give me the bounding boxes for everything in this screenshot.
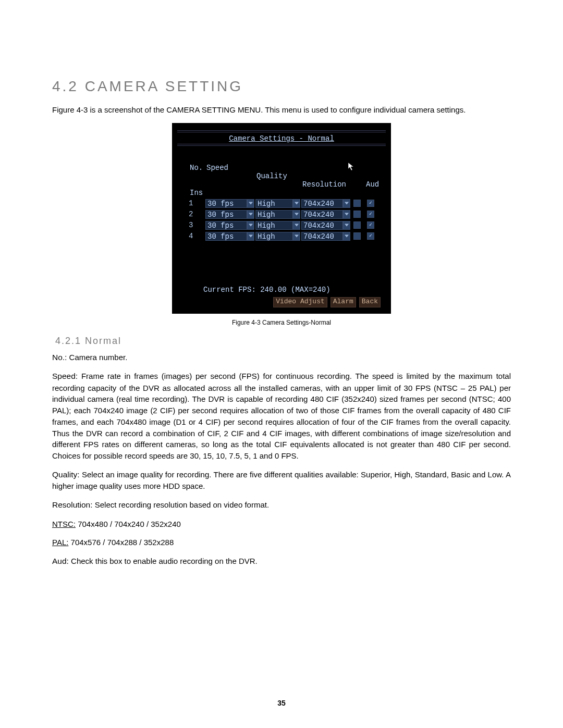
col-resolution: Resolution	[301, 180, 351, 189]
ins-checkbox[interactable]	[367, 232, 374, 240]
def-resolution-label: Resolution:	[52, 500, 93, 509]
table-row: 130 fpsHigh704x240	[189, 199, 376, 208]
svg-marker-11	[345, 235, 349, 238]
ins-checkbox[interactable]	[367, 211, 374, 218]
dropdown-icon[interactable]	[293, 232, 300, 241]
def-quality-label: Quality:	[52, 470, 80, 479]
svg-marker-8	[345, 224, 349, 227]
svg-marker-1	[295, 202, 299, 205]
intro-menu-name: CAMERA SETTING MENU	[166, 105, 261, 114]
aud-checkbox[interactable]	[353, 211, 361, 218]
resolution-select[interactable]: 704x240	[301, 232, 343, 241]
dropdown-icon[interactable]	[293, 199, 300, 208]
ins-checkbox[interactable]	[367, 200, 374, 207]
aud-checkbox[interactable]	[353, 200, 361, 207]
quality-select[interactable]: High	[255, 199, 293, 208]
svg-marker-12	[348, 163, 353, 170]
dropdown-icon[interactable]	[343, 210, 350, 219]
video-adjust-button[interactable]: Video Adjust	[273, 297, 327, 307]
aud-checkbox[interactable]	[353, 232, 361, 240]
col-speed: Speed	[205, 164, 255, 172]
def-quality: Quality: Select an image quality for rec…	[52, 469, 511, 492]
svg-marker-6	[249, 224, 253, 227]
quality-select[interactable]: High	[255, 210, 293, 219]
def-speed: Speed: Frame rate in frames (images) per…	[52, 371, 511, 462]
resolution-select[interactable]: 704x240	[301, 210, 343, 219]
dropdown-icon[interactable]	[343, 221, 350, 230]
def-no-label: No.:	[52, 353, 67, 362]
svg-marker-0	[249, 202, 253, 205]
dropdown-icon[interactable]	[247, 210, 254, 219]
quality-select[interactable]: High	[255, 221, 293, 230]
cell-no: 2	[189, 210, 205, 218]
figure-caption: Figure 4-3 Camera Settings-Normal	[52, 319, 511, 326]
alarm-button[interactable]: Alarm	[331, 297, 356, 307]
dropdown-icon[interactable]	[343, 199, 350, 208]
dropdown-icon[interactable]	[343, 232, 350, 241]
def-aud: Aud: Check this box to enable audio reco…	[52, 556, 511, 567]
table-row: 230 fpsHigh704x240	[189, 210, 376, 219]
dropdown-icon[interactable]	[293, 210, 300, 219]
svg-marker-5	[345, 213, 349, 216]
cell-no: 1	[189, 199, 205, 207]
def-pal-label: PAL:	[52, 538, 68, 547]
intro-text-before: Figure 4-3 is a screenshot of the	[52, 105, 166, 114]
cell-no: 3	[189, 221, 205, 229]
def-aud-text: Check this box to enable audio recording…	[69, 557, 258, 565]
def-speed-label: Speed:	[52, 372, 78, 380]
aud-checkbox[interactable]	[353, 221, 361, 229]
svg-marker-7	[295, 224, 299, 227]
svg-marker-4	[295, 213, 299, 216]
svg-marker-9	[249, 235, 253, 238]
speed-select[interactable]: 30 fps	[205, 199, 247, 208]
intro-text-after: . This menu is used to configure individ…	[261, 105, 466, 114]
speed-select[interactable]: 30 fps	[205, 232, 247, 241]
svg-marker-10	[295, 235, 299, 238]
def-pal: PAL: 704x576 / 704x288 / 352x288	[52, 537, 511, 548]
def-ntsc: NTSC: 704x480 / 704x240 / 352x240	[52, 519, 511, 530]
def-ntsc-label: NTSC:	[52, 520, 76, 528]
svg-marker-3	[249, 213, 253, 216]
col-ins: Ins	[189, 189, 205, 197]
dropdown-icon[interactable]	[247, 199, 254, 208]
def-no: No.: Camera number.	[52, 352, 511, 363]
table-row: 330 fpsHigh704x240	[189, 221, 376, 230]
def-resolution-text: Select recording resolution based on vid…	[93, 500, 270, 509]
def-no-text: Camera number.	[67, 353, 127, 362]
col-no: No.	[189, 164, 205, 172]
quality-select[interactable]: High	[255, 232, 293, 241]
def-aud-label: Aud:	[52, 557, 69, 565]
def-quality-text: Select an image quality for recording. T…	[52, 470, 511, 490]
def-resolution: Resolution: Select recording resolution …	[52, 499, 511, 511]
section-heading: 4.2 CAMERA SETTING	[52, 78, 511, 95]
speed-select[interactable]: 30 fps	[205, 221, 247, 230]
camera-settings-screenshot: Camera Settings - Normal No. Speed Quali…	[172, 123, 391, 314]
table-row: 430 fpsHigh704x240	[189, 232, 376, 241]
mouse-cursor-icon	[348, 163, 356, 173]
dropdown-icon[interactable]	[247, 221, 254, 230]
dropdown-icon[interactable]	[247, 232, 254, 241]
intro-paragraph: Figure 4-3 is a screenshot of the CAMERA…	[52, 104, 511, 116]
resolution-select[interactable]: 704x240	[301, 221, 343, 230]
screenshot-title: Camera Settings - Normal	[229, 134, 334, 143]
cell-no: 4	[189, 232, 205, 240]
def-ntsc-text: 704x480 / 704x240 / 352x240	[76, 520, 181, 528]
svg-marker-2	[345, 202, 349, 205]
dropdown-icon[interactable]	[293, 221, 300, 230]
col-aud: Aud	[365, 180, 378, 189]
speed-select[interactable]: 30 fps	[205, 210, 247, 219]
back-button[interactable]: Back	[359, 297, 381, 307]
resolution-select[interactable]: 704x240	[301, 199, 343, 208]
col-quality: Quality	[255, 172, 301, 180]
current-fps-status: Current FPS: 240.00 (MAX=240)	[203, 286, 386, 294]
def-pal-text: 704x576 / 704x288 / 352x288	[68, 538, 174, 547]
def-speed-text: Frame rate in frames (images) per second…	[52, 372, 511, 460]
page-number: 35	[0, 699, 563, 707]
ins-checkbox[interactable]	[367, 221, 374, 229]
subsection-heading: 4.2.1 Normal	[55, 336, 511, 347]
